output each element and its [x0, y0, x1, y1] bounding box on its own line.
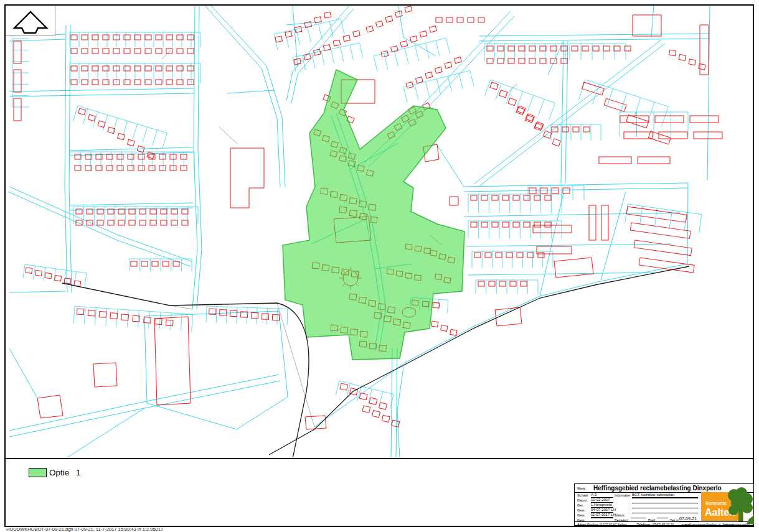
adres-label: Adres: — [577, 523, 587, 526]
map-canvas — [0, 0, 759, 532]
status-label: Status: — [615, 513, 625, 517]
plot-stamp: HOUDWKHOBOT-07-09-21.dgn 07-09-21, 11-7-… — [6, 526, 163, 532]
gew2-label: Gew.: — [577, 513, 586, 517]
legend: Optie 1 — [29, 468, 81, 477]
schaal-value: A:3 — [591, 493, 613, 498]
legend-label: Optie 1 — [49, 468, 81, 477]
gew1-value: 04-07-2017 LH — [591, 508, 613, 513]
gew3-value — [591, 518, 613, 518]
werk-label: Werk: — [577, 487, 586, 490]
informatie-label: Informatie: — [615, 493, 631, 497]
telefoon-value: (0543) 49 33 33 — [652, 523, 674, 526]
gew1-label: Gew.: — [577, 508, 586, 512]
legend-divider — [4, 458, 753, 459]
legend-swatch-optie1 — [29, 468, 47, 477]
map-sheet: Optie 1 HOUDWKHOBOT-07-09-21.dgn 07-09-2… — [0, 0, 759, 532]
informatie-line2 — [632, 498, 698, 498]
informatie-value: BGT, luchtfoto schetsplan — [632, 493, 698, 498]
status-value — [632, 513, 698, 513]
adres-value: Postbus 119 7120 AC Aalten — [587, 523, 626, 526]
telefoon-label: Telefoon: — [637, 523, 651, 526]
get-value: L.Hengeveld — [591, 503, 613, 508]
logo-tree-icon — [713, 487, 754, 525]
drawing-title: Heffingsgebied reclamebelasting Dinxperl… — [593, 485, 722, 492]
informatie-line3 — [632, 503, 698, 503]
north-arrow-icon — [14, 12, 47, 33]
blad-value — [657, 518, 668, 518]
email-label: e-mail: — [682, 523, 692, 526]
besteknr-value — [631, 518, 646, 518]
datum-label: Datum: — [577, 498, 588, 502]
gew2-value: 11-07-2017 LH — [591, 513, 613, 518]
schaal-label: Schaal: — [577, 493, 588, 497]
datum-value: 10-02-2017 — [591, 498, 613, 503]
teknr-value: 07-09-21 — [679, 516, 699, 521]
title-block: Werk: Heffingsgebied reclamebelasting Di… — [574, 483, 754, 526]
north-arrow — [6, 6, 55, 36]
get-label: Get.: — [577, 503, 585, 507]
informatie-line4 — [632, 508, 698, 508]
